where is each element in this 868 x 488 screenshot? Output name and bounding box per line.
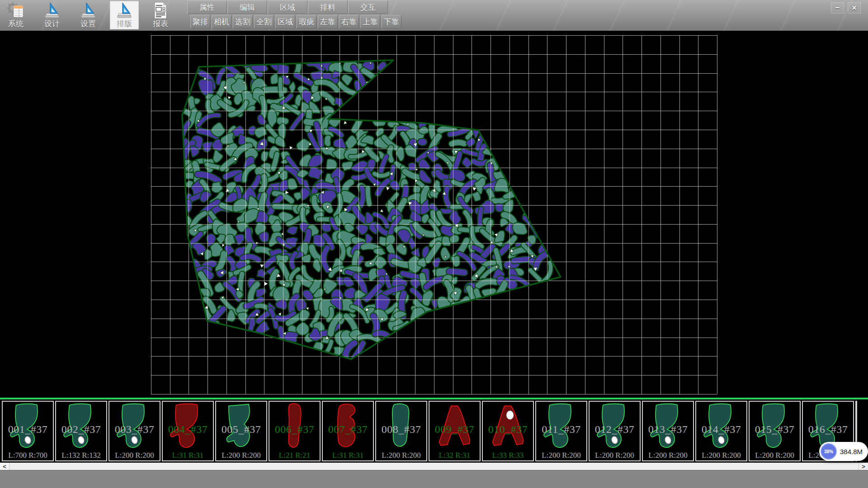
piece-name: 012_#37: [590, 423, 640, 436]
menu-tab-region[interactable]: 区域: [268, 0, 307, 14]
ruler-icon: [79, 1, 97, 19]
piece-name: 009_#37: [429, 423, 480, 436]
tool-button-align-top[interactable]: 上靠: [360, 15, 380, 28]
piece-thumbnail-5[interactable]: 005_#37L:200 R:200: [215, 401, 267, 461]
tool-button-defect[interactable]: 瑕疵: [297, 15, 316, 28]
piece-thumbnail-12[interactable]: 012_#37L:200 R:200: [589, 401, 641, 461]
piece-lr-count: L:33 R:33: [483, 451, 533, 460]
status-bar: [0, 470, 868, 488]
piece-thumbnail-2[interactable]: 002_#37L:132 R:132: [55, 401, 107, 461]
piece-lr-count: L:200 R:200: [750, 451, 800, 460]
menu-tab-edit[interactable]: 编辑: [227, 0, 267, 14]
tool-button-align-bottom[interactable]: 下靠: [382, 15, 401, 28]
piece-thumbnail-strip: 001_#37L:700 R:700002_#37L:132 R:132003_…: [0, 398, 868, 463]
tool-button-cluster-nest[interactable]: 聚排: [190, 15, 210, 28]
piece-name: 003_#37: [109, 423, 160, 436]
piece-thumbnail-3[interactable]: 003_#37L:200 R:200: [108, 401, 160, 461]
scroll-right-arrow[interactable]: >: [859, 463, 868, 470]
piece-name: 011_#37: [536, 423, 586, 436]
tool-button-align-right[interactable]: 右靠: [339, 15, 359, 28]
nesting-canvas[interactable]: [0, 31, 868, 398]
piece-name: 014_#37: [696, 423, 746, 436]
piece-lr-count: L:700 R:700: [3, 451, 53, 460]
piece-name: 008_#37: [376, 423, 426, 436]
gear-doc-icon: [7, 1, 25, 19]
piece-thumbnail-14[interactable]: 014_#37L:200 R:200: [695, 401, 747, 461]
toolbar-button-system[interactable]: 系统: [1, 1, 30, 29]
piece-thumbnail-6[interactable]: 006_#37L:21 R:21: [269, 401, 321, 461]
memory-amount-label: 384.8M: [840, 448, 863, 455]
menu-tab-bar: 属性编辑区域排料交互: [187, 0, 388, 14]
piece-lr-count: L:200 R:200: [216, 451, 266, 460]
piece-lr-count: L:200 R:200: [109, 451, 160, 460]
piece-name: 013_#37: [643, 423, 693, 436]
tool-button-camera[interactable]: 相机: [212, 15, 231, 28]
minimize-button[interactable]: −: [831, 2, 844, 14]
toolbar-button-label: 排版: [117, 19, 132, 28]
piece-name: 004_#37: [163, 423, 213, 436]
tool-button-align-left[interactable]: 左靠: [318, 15, 338, 28]
piece-lr-count: L:200 R:200: [376, 451, 426, 460]
menu-tab-nesting[interactable]: 排料: [308, 0, 348, 14]
menu-tab-interaction[interactable]: 交互: [348, 0, 388, 14]
ruler-icon: [115, 1, 133, 19]
piece-lr-count: L:200 R:200: [536, 451, 586, 460]
piece-lr-count: L:200 R:200: [696, 451, 746, 460]
piece-thumbnail-7[interactable]: 007_#37L:31 R:31: [322, 401, 374, 461]
toolbar-button-label: 报表: [153, 19, 168, 28]
toolbar-button-settings[interactable]: 设置: [74, 1, 103, 29]
piece-thumbnail-9[interactable]: 009_#37L:32 R:31: [429, 401, 481, 461]
close-button[interactable]: ×: [848, 2, 861, 14]
toolbar-button-design[interactable]: 设计: [38, 1, 66, 29]
piece-thumbnail-10[interactable]: 010_#37L:33 R:33: [482, 401, 534, 461]
menu-tab-attributes[interactable]: 属性: [187, 0, 227, 14]
scroll-left-arrow[interactable]: <: [0, 463, 9, 470]
horizontal-scrollbar[interactable]: < >: [0, 462, 868, 470]
toolbar-button-label: 设置: [80, 19, 96, 28]
main-toolbar: 系统 设计 设置 排版 报表 属性编辑区域排料交互 聚排相机选割全割区域瑕疵左靠…: [0, 0, 868, 31]
toolbar-button-label: 系统: [8, 19, 24, 28]
piece-lr-count: L:200 R:200: [643, 451, 693, 460]
memory-percent-circle: 38%: [821, 443, 837, 460]
window-controls: − ×: [831, 2, 861, 14]
tool-button-bar: 聚排相机选割全割区域瑕疵左靠右靠上靠下靠: [190, 15, 401, 28]
toolbar-button-layout[interactable]: 排版: [110, 1, 139, 29]
piece-name: 010_#37: [483, 423, 533, 436]
piece-name: 007_#37: [323, 423, 373, 436]
strip-highlight-line: [0, 398, 868, 399]
piece-thumbnail-4[interactable]: 004_#37L:31 R:31: [162, 401, 214, 461]
tool-button-region[interactable]: 区域: [275, 15, 295, 28]
piece-thumbnail-1[interactable]: 001_#37L:700 R:700: [2, 401, 54, 461]
piece-thumbnail-8[interactable]: 008_#37L:200 R:200: [375, 401, 427, 461]
memory-badge[interactable]: 38% 384.8M: [819, 442, 868, 461]
piece-thumbnail-list: 001_#37L:700 R:700002_#37L:132 R:132003_…: [2, 401, 857, 461]
report-icon: [151, 1, 170, 19]
ruler-icon: [43, 1, 61, 19]
piece-lr-count: L:32 R:31: [429, 451, 480, 460]
piece-name: 016_#37: [803, 423, 853, 436]
tool-button-select-cut[interactable]: 选割: [233, 15, 253, 28]
piece-lr-count: L:132 R:132: [56, 451, 106, 460]
piece-name: 005_#37: [216, 423, 266, 436]
piece-lr-count: L:31 R:31: [163, 451, 213, 460]
toolbar-button-report[interactable]: 报表: [146, 1, 175, 29]
tool-button-cut-all[interactable]: 全割: [254, 15, 274, 28]
piece-name: 015_#37: [750, 423, 800, 436]
piece-lr-count: L:31 R:31: [323, 451, 373, 460]
piece-name: 0: [856, 423, 857, 436]
piece-lr-count: L:21 R:21: [269, 451, 320, 460]
piece-name: 002_#37: [56, 423, 106, 436]
toolbar-button-label: 设计: [44, 19, 60, 28]
piece-name: 001_#37: [3, 423, 53, 436]
piece-name: 006_#37: [269, 423, 320, 436]
piece-thumbnail-15[interactable]: 015_#37L:200 R:200: [749, 401, 801, 461]
piece-lr-count: L:200 R:200: [590, 451, 640, 460]
piece-thumbnail-13[interactable]: 013_#37L:200 R:200: [642, 401, 694, 461]
piece-thumbnail-11[interactable]: 011_#37L:200 R:200: [535, 401, 587, 461]
